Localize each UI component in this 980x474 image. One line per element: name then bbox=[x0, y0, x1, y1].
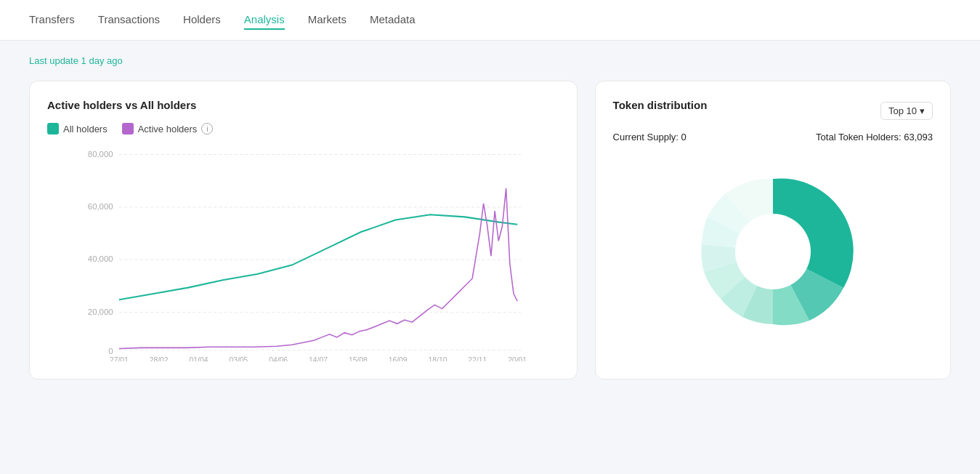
legend-box-purple bbox=[122, 123, 134, 134]
current-supply-label: Current Supply: bbox=[613, 132, 679, 142]
donut-chart-svg bbox=[686, 164, 860, 339]
legend-all-holders: All holders bbox=[47, 123, 108, 134]
total-holders: Total Token Holders: 63,093 bbox=[816, 132, 933, 142]
svg-text:27/01: 27/01 bbox=[110, 356, 129, 361]
svg-text:14/07: 14/07 bbox=[309, 356, 328, 361]
supply-row: Current Supply: 0 Total Token Holders: 6… bbox=[613, 132, 933, 142]
dropdown-label: Top 10 bbox=[888, 105, 917, 116]
current-supply-value: 0 bbox=[681, 132, 687, 142]
svg-point-21 bbox=[735, 214, 811, 289]
tab-metadata[interactable]: Metadata bbox=[370, 10, 416, 30]
chart-legend: All holders Active holders i bbox=[47, 123, 559, 134]
last-update-bar: Last update 1 day ago bbox=[29, 55, 951, 66]
svg-text:80,000: 80,000 bbox=[88, 150, 113, 158]
top10-dropdown[interactable]: Top 10 ▾ bbox=[880, 102, 933, 120]
legend-active-holders-label: Active holders bbox=[138, 124, 198, 134]
chart-area: 80,000 60,000 40,000 20,000 0 bbox=[47, 143, 559, 361]
chevron-down-icon: ▾ bbox=[920, 105, 925, 116]
svg-text:03/05: 03/05 bbox=[229, 356, 248, 361]
svg-text:60,000: 60,000 bbox=[88, 202, 113, 211]
distribution-title: Token distribution bbox=[613, 99, 708, 111]
tab-holders[interactable]: Holders bbox=[183, 10, 221, 30]
chart-svg: 80,000 60,000 40,000 20,000 0 bbox=[47, 143, 559, 361]
donut-chart-wrapper bbox=[613, 157, 933, 346]
main-content: Last update 1 day ago Active holders vs … bbox=[0, 41, 980, 394]
tab-transfers[interactable]: Transfers bbox=[29, 10, 75, 30]
tab-navigation: Transfers Transactions Holders Analysis … bbox=[0, 0, 980, 41]
last-update-prefix: Last update bbox=[29, 55, 78, 66]
total-holders-value: 63,093 bbox=[904, 132, 933, 142]
token-distribution-panel: Token distribution Top 10 ▾ Current Supp… bbox=[595, 81, 951, 379]
last-update-time: 1 day ago bbox=[81, 55, 123, 66]
svg-text:15/08: 15/08 bbox=[349, 356, 368, 361]
svg-text:20/01: 20/01 bbox=[508, 356, 527, 361]
svg-text:0: 0 bbox=[108, 347, 113, 356]
svg-text:01/04: 01/04 bbox=[190, 356, 208, 361]
legend-active-holders: Active holders i bbox=[122, 123, 214, 134]
total-holders-label: Total Token Holders: bbox=[816, 132, 902, 142]
svg-text:28/02: 28/02 bbox=[150, 356, 169, 361]
holders-chart-panel: Active holders vs All holders All holder… bbox=[29, 81, 578, 379]
svg-text:22/11: 22/11 bbox=[468, 356, 487, 361]
panels-row: Active holders vs All holders All holder… bbox=[29, 81, 951, 379]
legend-all-holders-label: All holders bbox=[63, 124, 108, 134]
svg-text:04/06: 04/06 bbox=[269, 356, 288, 361]
current-supply: Current Supply: 0 bbox=[613, 132, 687, 142]
svg-text:18/10: 18/10 bbox=[429, 356, 448, 361]
tab-nav: Transfers Transactions Holders Analysis … bbox=[29, 10, 416, 30]
distribution-header: Token distribution Top 10 ▾ bbox=[613, 99, 933, 123]
tab-transactions[interactable]: Transactions bbox=[98, 10, 160, 30]
svg-text:16/09: 16/09 bbox=[389, 356, 408, 361]
legend-box-green bbox=[47, 123, 59, 134]
chart-title: Active holders vs All holders bbox=[47, 99, 559, 111]
tab-analysis[interactable]: Analysis bbox=[244, 10, 285, 30]
info-icon[interactable]: i bbox=[201, 123, 213, 134]
tab-markets[interactable]: Markets bbox=[308, 10, 347, 30]
svg-text:20,000: 20,000 bbox=[88, 308, 113, 316]
svg-text:40,000: 40,000 bbox=[88, 254, 113, 263]
